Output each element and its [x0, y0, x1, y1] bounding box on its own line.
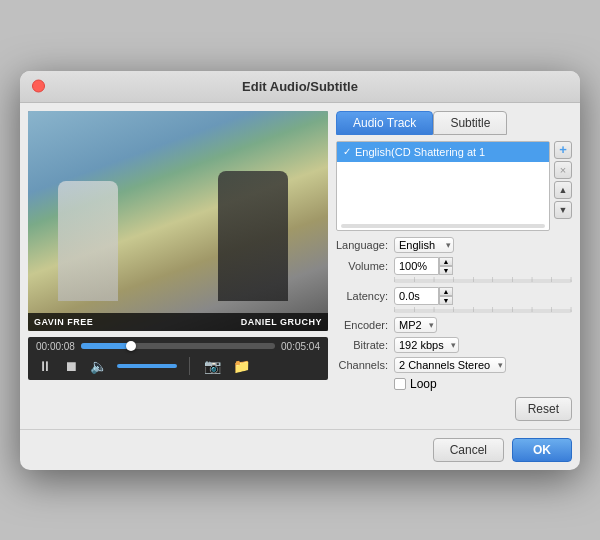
channels-select[interactable]: 2 Channels Stereo Mono 5.1 [394, 357, 506, 373]
track-list-section: ✓ English(CD Shattering at 1 + × ▲ ▼ [336, 141, 572, 231]
titlebar: Edit Audio/Subtitle [20, 71, 580, 103]
volume-up-button[interactable]: ▲ [439, 257, 453, 266]
caption-right: DANIEL GRUCHY [241, 317, 322, 327]
channels-select-wrapper: 2 Channels Stereo Mono 5.1 [394, 357, 506, 373]
track-label: English(CD Shattering at 1 [355, 146, 485, 158]
volume-input-combo: ▲ ▼ [394, 257, 453, 275]
tabs-row: Audio Track Subtitle [336, 111, 572, 135]
right-panel: Audio Track Subtitle ✓ English(CD Shatte… [336, 111, 572, 421]
progress-thumb [126, 341, 136, 351]
left-panel: GAVIN FREE DANIEL GRUCHY 00:00:08 00:05:… [28, 111, 328, 421]
latency-row: ▲ ▼ [394, 287, 572, 305]
language-label: Language: [336, 239, 388, 251]
volume-row: ▲ ▼ [394, 257, 572, 275]
volume-down-button[interactable]: ▼ [439, 266, 453, 275]
latency-stepper: ▲ ▼ [439, 287, 453, 305]
loop-label: Loop [410, 377, 437, 391]
dialog: Edit Audio/Subtitle GAVIN FREE DANIEL GR… [20, 71, 580, 470]
encoder-select-wrapper: MP2 AAC MP3 [394, 317, 437, 333]
snapshot-button[interactable]: 📷 [202, 356, 223, 376]
caption-left: GAVIN FREE [34, 317, 93, 327]
bitrate-select-wrapper: 192 kbps 128 kbps 256 kbps [394, 337, 459, 353]
language-select[interactable]: English French Spanish [394, 237, 454, 253]
track-side-buttons: + × ▲ ▼ [554, 141, 572, 219]
add-track-button[interactable]: + [554, 141, 572, 159]
loop-checkbox[interactable] [394, 378, 406, 390]
separator [189, 357, 190, 375]
volume-stepper: ▲ ▼ [439, 257, 453, 275]
controls-bar: 00:00:08 00:05:04 ⏸ ⏹ 🔈 📷 📁 [28, 337, 328, 380]
main-content: GAVIN FREE DANIEL GRUCHY 00:00:08 00:05:… [20, 103, 580, 429]
latency-mini-slider[interactable]: |||||||||| [394, 309, 572, 313]
progress-fill [81, 343, 131, 349]
latency-input[interactable] [394, 287, 439, 305]
stop-button[interactable]: ⏹ [62, 356, 80, 376]
tab-subtitle[interactable]: Subtitle [433, 111, 507, 135]
move-up-button[interactable]: ▲ [554, 181, 572, 199]
time-row: 00:00:08 00:05:04 [36, 341, 320, 352]
track-check: ✓ [343, 146, 351, 157]
volume-button[interactable]: 🔈 [88, 356, 109, 376]
reset-row: Reset [336, 397, 572, 421]
encoder-select[interactable]: MP2 AAC MP3 [394, 317, 437, 333]
time-total: 00:05:04 [281, 341, 320, 352]
bitrate-row: 192 kbps 128 kbps 256 kbps [394, 337, 572, 353]
dialog-title: Edit Audio/Subtitle [242, 79, 358, 94]
tab-audio-track[interactable]: Audio Track [336, 111, 433, 135]
reset-button[interactable]: Reset [515, 397, 572, 421]
volume-mini-slider[interactable]: |||||||||| [394, 279, 572, 283]
language-row: English French Spanish [394, 237, 572, 253]
bitrate-select[interactable]: 192 kbps 128 kbps 256 kbps [394, 337, 459, 353]
bottom-buttons: Cancel OK [20, 429, 580, 470]
track-list: ✓ English(CD Shattering at 1 [336, 141, 550, 231]
caption-bar: GAVIN FREE DANIEL GRUCHY [28, 313, 328, 331]
volume-slider[interactable] [117, 364, 177, 368]
channels-row: 2 Channels Stereo Mono 5.1 [394, 357, 572, 373]
encoder-row: MP2 AAC MP3 [394, 317, 572, 333]
track-item[interactable]: ✓ English(CD Shattering at 1 [337, 142, 549, 162]
bitrate-label: Bitrate: [336, 339, 388, 351]
volume-slider-row: |||||||||| [394, 279, 572, 283]
cancel-button[interactable]: Cancel [433, 438, 504, 462]
progress-bar[interactable] [81, 343, 275, 349]
scrollbar[interactable] [341, 224, 545, 228]
encoder-label: Encoder: [336, 319, 388, 331]
latency-label: Latency: [336, 290, 388, 302]
track-empty-area [337, 162, 549, 222]
volume-input[interactable] [394, 257, 439, 275]
video-scene: GAVIN FREE DANIEL GRUCHY [28, 111, 328, 331]
video-area: GAVIN FREE DANIEL GRUCHY [28, 111, 328, 331]
folder-button[interactable]: 📁 [231, 356, 252, 376]
params-grid: Language: English French Spanish Volume: [336, 237, 572, 391]
move-down-button[interactable]: ▼ [554, 201, 572, 219]
loop-row: Loop [394, 377, 572, 391]
ok-button[interactable]: OK [512, 438, 572, 462]
latency-slider-row: |||||||||| [394, 309, 572, 313]
time-current: 00:00:08 [36, 341, 75, 352]
close-button[interactable] [32, 80, 45, 93]
latency-up-button[interactable]: ▲ [439, 287, 453, 296]
volume-label: Volume: [336, 260, 388, 272]
pause-button[interactable]: ⏸ [36, 356, 54, 376]
language-select-wrapper: English French Spanish [394, 237, 454, 253]
latency-down-button[interactable]: ▼ [439, 296, 453, 305]
channels-label: Channels: [336, 359, 388, 371]
latency-input-combo: ▲ ▼ [394, 287, 453, 305]
remove-track-button[interactable]: × [554, 161, 572, 179]
playback-row: ⏸ ⏹ 🔈 📷 📁 [36, 356, 320, 376]
